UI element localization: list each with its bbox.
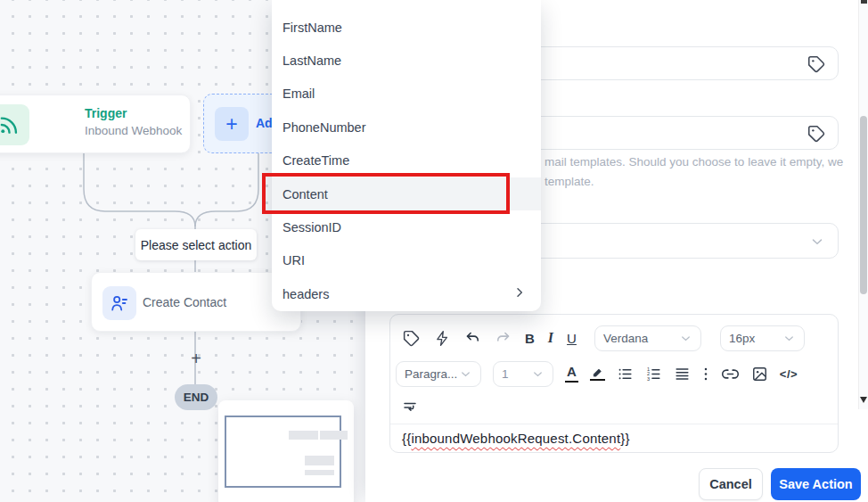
tag-icon[interactable] [807,54,826,74]
create-contact-label: Create Contact [143,295,226,309]
menu-item-headers[interactable]: headers [272,277,541,310]
bold-button[interactable]: B [525,331,535,346]
chevron-down-icon [809,234,825,250]
image-icon[interactable] [751,366,768,383]
preview-bar [289,431,318,440]
menu-item-lastname[interactable]: LastName [272,44,541,77]
underline-button[interactable]: U [567,331,577,346]
preview-bar [320,431,348,440]
preview-bar [305,456,334,465]
variable-open-braces: {{ [402,431,411,446]
scrollbar-up-arrow[interactable] [861,0,867,4]
link-icon[interactable] [721,365,740,383]
content-highlight-box [262,173,510,214]
scrollbar-down-arrow[interactable] [860,397,867,403]
bullet-list-icon[interactable] [617,366,634,383]
rich-text-editor: B I U Verdana 16px Paragra... 1 [389,314,839,453]
align-justify-icon[interactable] [674,366,691,383]
text-color-button[interactable]: A [565,365,578,383]
contact-icon [102,286,136,320]
highlight-color-bar [590,379,605,382]
svg-text:3: 3 [647,375,650,381]
select-action-label: Please select action [135,229,257,260]
menu-item-uri[interactable]: URI [272,244,541,277]
list-level-select[interactable]: 1 [493,361,553,387]
variable-dropdown-menu: FirstName LastName Email PhoneNumber Cre… [272,0,541,311]
font-family-select[interactable]: Verdana [594,325,701,351]
font-size-select[interactable]: 16px [720,325,805,351]
end-badge: END [175,384,217,410]
tag-icon[interactable] [402,329,421,348]
tag-icon[interactable] [807,124,826,144]
helper-text-line1: mail templates. Should you choose to lea… [545,155,843,169]
variable-close-braces: }} [620,431,629,446]
code-view-button[interactable]: </> [780,367,798,381]
menu-item-sessionid[interactable]: SessionID [272,210,541,243]
scrollbar-thumb[interactable] [860,116,867,294]
trigger-title: Trigger [85,106,127,120]
editor-content-area[interactable]: {{inboundWebhookRequest.Content}} [402,431,630,446]
save-action-button[interactable]: Save Action [771,468,861,500]
lightning-icon[interactable] [434,330,451,347]
redo-icon[interactable] [495,330,512,347]
preview-frame [225,416,341,488]
canvas-preview-card [218,400,354,502]
panel-scrollbar[interactable] [858,0,868,409]
chevron-right-icon [512,285,527,300]
plus-icon: + [215,107,249,141]
menu-item-firstname[interactable]: FirstName [272,11,541,44]
create-contact-node[interactable]: Create Contact [91,272,301,332]
numbered-list-icon[interactable]: 1 2 3 [645,366,662,383]
line-break-icon[interactable] [402,399,418,416]
preview-bar [305,470,334,475]
paragraph-style-select[interactable]: Paragra... [396,361,481,387]
add-step-inline-button[interactable]: + [186,349,206,368]
editor-toolbar-row3 [390,393,838,422]
editor-toolbar-row1: B I U Verdana 16px [390,324,838,352]
workflow-editor-screen: Trigger Inbound Webhook + Add Please sel… [0,0,868,502]
cancel-button[interactable]: Cancel [699,468,763,500]
menu-item-headers-label: headers [283,287,329,301]
editor-divider [390,424,838,424]
undo-icon[interactable] [464,330,481,347]
menu-item-phonenumber[interactable]: PhoneNumber [272,111,541,144]
more-options-icon[interactable] [702,366,709,383]
trigger-node[interactable]: Trigger Inbound Webhook [0,95,191,153]
helper-text-line2: template. [545,175,594,188]
editor-toolbar-row2: Paragra... 1 A [390,359,838,388]
webhook-signal-icon [0,104,29,145]
menu-item-email[interactable]: Email [272,78,541,111]
trigger-subtitle: Inbound Webhook [85,124,182,137]
highlight-color-button[interactable] [590,366,605,382]
italic-button[interactable]: I [548,330,553,346]
variable-token: inboundWebhookRequest.Content [411,431,620,446]
